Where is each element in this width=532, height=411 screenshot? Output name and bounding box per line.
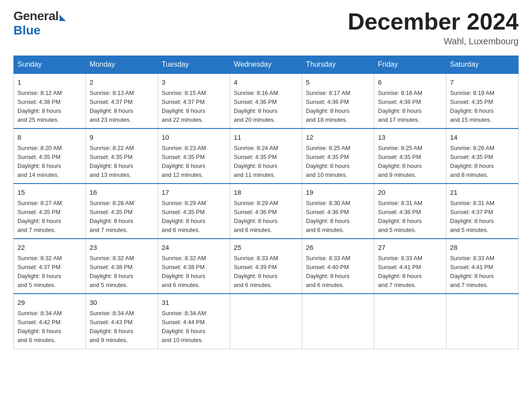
- day-number: 20: [378, 188, 442, 198]
- logo-blue-text: Blue: [13, 23, 41, 38]
- calendar-table: SundayMondayTuesdayWednesdayThursdayFrid…: [13, 56, 519, 349]
- calendar-cell: 6Sunrise: 8:18 AM Sunset: 4:36 PM Daylig…: [374, 73, 446, 128]
- day-sun-info: Sunrise: 8:22 AM Sunset: 4:35 PM Dayligh…: [90, 144, 154, 180]
- day-sun-info: Sunrise: 8:29 AM Sunset: 4:35 PM Dayligh…: [162, 199, 226, 235]
- calendar-week-row: 8Sunrise: 8:20 AM Sunset: 4:35 PM Daylig…: [14, 128, 519, 184]
- calendar-cell: 19Sunrise: 8:30 AM Sunset: 4:36 PM Dayli…: [302, 184, 374, 239]
- calendar-week-row: 22Sunrise: 8:32 AM Sunset: 4:37 PM Dayli…: [14, 239, 519, 294]
- day-number: 19: [306, 188, 370, 198]
- day-number: 28: [450, 243, 515, 253]
- day-number: 17: [162, 188, 226, 198]
- calendar-cell: [374, 294, 446, 349]
- calendar-cell: 14Sunrise: 8:26 AM Sunset: 4:35 PM Dayli…: [446, 128, 519, 184]
- day-number: 1: [17, 77, 82, 88]
- day-sun-info: Sunrise: 8:19 AM Sunset: 4:35 PM Dayligh…: [450, 89, 515, 125]
- day-number: 25: [234, 243, 298, 253]
- logo-general-text: General: [13, 9, 59, 23]
- day-sun-info: Sunrise: 8:32 AM Sunset: 4:37 PM Dayligh…: [17, 254, 82, 290]
- day-sun-info: Sunrise: 8:26 AM Sunset: 4:35 PM Dayligh…: [450, 144, 515, 180]
- day-number: 5: [306, 77, 370, 88]
- day-number: 14: [450, 133, 515, 143]
- calendar-cell: 23Sunrise: 8:32 AM Sunset: 4:38 PM Dayli…: [86, 239, 158, 294]
- calendar-cell: 20Sunrise: 8:31 AM Sunset: 4:36 PM Dayli…: [374, 184, 446, 239]
- calendar-cell: 27Sunrise: 8:33 AM Sunset: 4:41 PM Dayli…: [374, 239, 446, 294]
- day-number: 10: [162, 133, 226, 143]
- day-of-week-header: Sunday: [14, 56, 86, 74]
- day-sun-info: Sunrise: 8:30 AM Sunset: 4:36 PM Dayligh…: [306, 199, 370, 235]
- day-sun-info: Sunrise: 8:34 AM Sunset: 4:42 PM Dayligh…: [17, 309, 82, 345]
- calendar-cell: 29Sunrise: 8:34 AM Sunset: 4:42 PM Dayli…: [14, 294, 86, 349]
- day-of-week-header: Friday: [374, 56, 446, 74]
- day-sun-info: Sunrise: 8:29 AM Sunset: 4:36 PM Dayligh…: [234, 199, 298, 235]
- day-number: 21: [450, 188, 515, 198]
- calendar-cell: 11Sunrise: 8:24 AM Sunset: 4:35 PM Dayli…: [230, 128, 302, 184]
- day-of-week-header: Thursday: [302, 56, 374, 74]
- calendar-week-row: 29Sunrise: 8:34 AM Sunset: 4:42 PM Dayli…: [14, 294, 519, 349]
- day-sun-info: Sunrise: 8:33 AM Sunset: 4:41 PM Dayligh…: [450, 254, 515, 290]
- day-number: 8: [17, 133, 82, 143]
- calendar-cell: 3Sunrise: 8:15 AM Sunset: 4:37 PM Daylig…: [158, 73, 230, 128]
- calendar-cell: 2Sunrise: 8:13 AM Sunset: 4:37 PM Daylig…: [86, 73, 158, 128]
- calendar-cell: 22Sunrise: 8:32 AM Sunset: 4:37 PM Dayli…: [14, 239, 86, 294]
- calendar-header-row: SundayMondayTuesdayWednesdayThursdayFrid…: [14, 56, 519, 74]
- day-sun-info: Sunrise: 8:32 AM Sunset: 4:38 PM Dayligh…: [162, 254, 226, 290]
- calendar-cell: 9Sunrise: 8:22 AM Sunset: 4:35 PM Daylig…: [86, 128, 158, 184]
- calendar-cell: 21Sunrise: 8:31 AM Sunset: 4:37 PM Dayli…: [446, 184, 519, 239]
- day-sun-info: Sunrise: 8:33 AM Sunset: 4:40 PM Dayligh…: [306, 254, 370, 290]
- day-sun-info: Sunrise: 8:34 AM Sunset: 4:44 PM Dayligh…: [162, 309, 226, 345]
- calendar-cell: 30Sunrise: 8:34 AM Sunset: 4:43 PM Dayli…: [86, 294, 158, 349]
- calendar-cell: 25Sunrise: 8:33 AM Sunset: 4:39 PM Dayli…: [230, 239, 302, 294]
- day-number: 4: [234, 77, 298, 88]
- day-sun-info: Sunrise: 8:16 AM Sunset: 4:36 PM Dayligh…: [234, 89, 298, 125]
- day-number: 13: [378, 133, 442, 143]
- calendar-week-row: 1Sunrise: 8:12 AM Sunset: 4:38 PM Daylig…: [14, 73, 519, 128]
- day-number: 2: [90, 77, 154, 88]
- day-sun-info: Sunrise: 8:20 AM Sunset: 4:35 PM Dayligh…: [17, 144, 82, 180]
- calendar-cell: 18Sunrise: 8:29 AM Sunset: 4:36 PM Dayli…: [230, 184, 302, 239]
- day-sun-info: Sunrise: 8:33 AM Sunset: 4:41 PM Dayligh…: [378, 254, 442, 290]
- day-number: 22: [17, 243, 82, 253]
- day-sun-info: Sunrise: 8:12 AM Sunset: 4:38 PM Dayligh…: [17, 89, 82, 125]
- calendar-cell: 16Sunrise: 8:28 AM Sunset: 4:35 PM Dayli…: [86, 184, 158, 239]
- day-sun-info: Sunrise: 8:18 AM Sunset: 4:36 PM Dayligh…: [378, 89, 442, 125]
- day-number: 29: [17, 298, 82, 308]
- day-sun-info: Sunrise: 8:23 AM Sunset: 4:35 PM Dayligh…: [162, 144, 226, 180]
- logo-arrow-icon: [60, 15, 66, 21]
- day-sun-info: Sunrise: 8:28 AM Sunset: 4:35 PM Dayligh…: [90, 199, 154, 235]
- day-sun-info: Sunrise: 8:25 AM Sunset: 4:35 PM Dayligh…: [378, 144, 442, 180]
- day-sun-info: Sunrise: 8:32 AM Sunset: 4:38 PM Dayligh…: [90, 254, 154, 290]
- day-sun-info: Sunrise: 8:25 AM Sunset: 4:35 PM Dayligh…: [306, 144, 370, 180]
- calendar-cell: 7Sunrise: 8:19 AM Sunset: 4:35 PM Daylig…: [446, 73, 519, 128]
- day-of-week-header: Tuesday: [158, 56, 230, 74]
- day-number: 24: [162, 243, 226, 253]
- day-sun-info: Sunrise: 8:31 AM Sunset: 4:37 PM Dayligh…: [450, 199, 515, 235]
- day-number: 9: [90, 133, 154, 143]
- day-number: 18: [234, 188, 298, 198]
- day-number: 3: [162, 77, 226, 88]
- calendar-cell: 15Sunrise: 8:27 AM Sunset: 4:35 PM Dayli…: [14, 184, 86, 239]
- day-number: 23: [90, 243, 154, 253]
- calendar-cell: [446, 294, 519, 349]
- day-number: 6: [378, 77, 442, 88]
- day-number: 12: [306, 133, 370, 143]
- day-number: 16: [90, 188, 154, 198]
- calendar-cell: 13Sunrise: 8:25 AM Sunset: 4:35 PM Dayli…: [374, 128, 446, 184]
- day-sun-info: Sunrise: 8:15 AM Sunset: 4:37 PM Dayligh…: [162, 89, 226, 125]
- page-header: General Blue December 2024 Wahl, Luxembo…: [13, 9, 519, 47]
- calendar-cell: [230, 294, 302, 349]
- calendar-cell: 12Sunrise: 8:25 AM Sunset: 4:35 PM Dayli…: [302, 128, 374, 184]
- calendar-cell: [302, 294, 374, 349]
- day-sun-info: Sunrise: 8:17 AM Sunset: 4:36 PM Dayligh…: [306, 89, 370, 125]
- day-sun-info: Sunrise: 8:34 AM Sunset: 4:43 PM Dayligh…: [90, 309, 154, 345]
- day-sun-info: Sunrise: 8:27 AM Sunset: 4:35 PM Dayligh…: [17, 199, 82, 235]
- month-title: December 2024: [348, 9, 519, 34]
- day-sun-info: Sunrise: 8:13 AM Sunset: 4:37 PM Dayligh…: [90, 89, 154, 125]
- calendar-cell: 5Sunrise: 8:17 AM Sunset: 4:36 PM Daylig…: [302, 73, 374, 128]
- day-sun-info: Sunrise: 8:33 AM Sunset: 4:39 PM Dayligh…: [234, 254, 298, 290]
- calendar-cell: 4Sunrise: 8:16 AM Sunset: 4:36 PM Daylig…: [230, 73, 302, 128]
- calendar-cell: 8Sunrise: 8:20 AM Sunset: 4:35 PM Daylig…: [14, 128, 86, 184]
- day-sun-info: Sunrise: 8:31 AM Sunset: 4:36 PM Dayligh…: [378, 199, 442, 235]
- day-number: 30: [90, 298, 154, 308]
- day-number: 11: [234, 133, 298, 143]
- day-of-week-header: Wednesday: [230, 56, 302, 74]
